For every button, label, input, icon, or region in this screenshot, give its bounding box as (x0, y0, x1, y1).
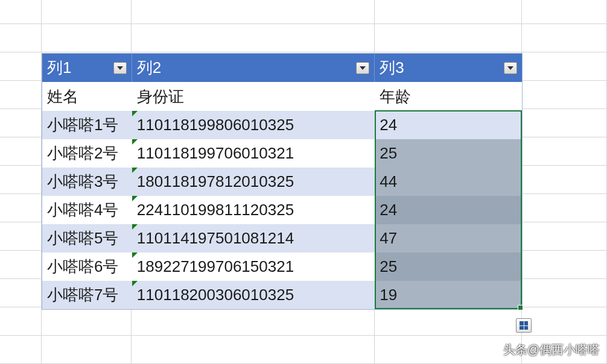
table-header-col2[interactable]: 列2 (132, 54, 375, 82)
cell-id[interactable]: 189227199706150321 (132, 253, 375, 281)
table-subheader-row: 姓名 身份证 年龄 (42, 82, 522, 111)
header-label: 列1 (47, 57, 113, 78)
table-header-row: 列1 列2 列3 (42, 54, 522, 82)
autofill-options-button[interactable] (516, 318, 532, 333)
table-row: 小嗒嗒1号 110118199806010325 24 (42, 111, 522, 139)
cell-age[interactable]: 25 (375, 139, 522, 168)
cell-age[interactable]: 19 (375, 281, 522, 309)
table-row: 小嗒嗒7号 110118200306010325 19 (42, 281, 522, 309)
table-header-col3[interactable]: 列3 (375, 54, 522, 82)
subheader-id[interactable]: 身份证 (132, 82, 375, 111)
cell-age[interactable]: 25 (375, 253, 522, 281)
subheader-age[interactable]: 年龄 (375, 82, 522, 111)
filter-dropdown-icon[interactable] (356, 62, 369, 74)
subheader-name[interactable]: 姓名 (42, 82, 132, 111)
cell-name[interactable]: 小嗒嗒5号 (42, 224, 132, 253)
watermark-text: 头条@偶西小嗒嗒 (503, 342, 600, 358)
cell-age[interactable]: 47 (375, 224, 522, 253)
filter-dropdown-icon[interactable] (504, 62, 517, 74)
table-row: 小嗒嗒2号 110118199706010321 25 (42, 139, 522, 168)
table-header-col1[interactable]: 列1 (42, 54, 132, 82)
cell-id[interactable]: 224110199811120325 (132, 196, 375, 224)
cell-name[interactable]: 小嗒嗒6号 (42, 253, 132, 281)
cell-name[interactable]: 小嗒嗒3号 (42, 168, 132, 196)
excel-table[interactable]: 列1 列2 列3 姓名 身份证 年龄 小嗒嗒1号 110118199806010… (42, 53, 523, 310)
cell-name[interactable]: 小嗒嗒2号 (42, 139, 132, 168)
cell-name[interactable]: 小嗒嗒7号 (42, 281, 132, 309)
autofill-icon (520, 321, 528, 330)
table-row: 小嗒嗒5号 110114197501081214 47 (42, 224, 522, 253)
cell-name[interactable]: 小嗒嗒1号 (42, 111, 132, 139)
cell-age[interactable]: 44 (375, 168, 522, 196)
filter-dropdown-icon[interactable] (113, 62, 127, 74)
header-label: 列3 (380, 57, 504, 78)
cell-id[interactable]: 110114197501081214 (132, 224, 375, 253)
cell-id[interactable]: 110118199706010321 (132, 139, 375, 168)
table-row: 小嗒嗒6号 189227199706150321 25 (42, 253, 522, 281)
cell-name[interactable]: 小嗒嗒4号 (42, 196, 132, 224)
cell-age[interactable]: 24 (375, 196, 522, 224)
table-row: 小嗒嗒3号 180118197812010325 44 (42, 168, 522, 196)
header-label: 列2 (137, 57, 356, 78)
cell-id[interactable]: 110118199806010325 (132, 111, 375, 139)
table-row: 小嗒嗒4号 224110199811120325 24 (42, 196, 522, 224)
cell-id[interactable]: 110118200306010325 (132, 281, 375, 309)
cell-id[interactable]: 180118197812010325 (132, 168, 375, 196)
table-body: 小嗒嗒1号 110118199806010325 24 小嗒嗒2号 110118… (42, 111, 522, 309)
cell-age[interactable]: 24 (375, 111, 522, 139)
